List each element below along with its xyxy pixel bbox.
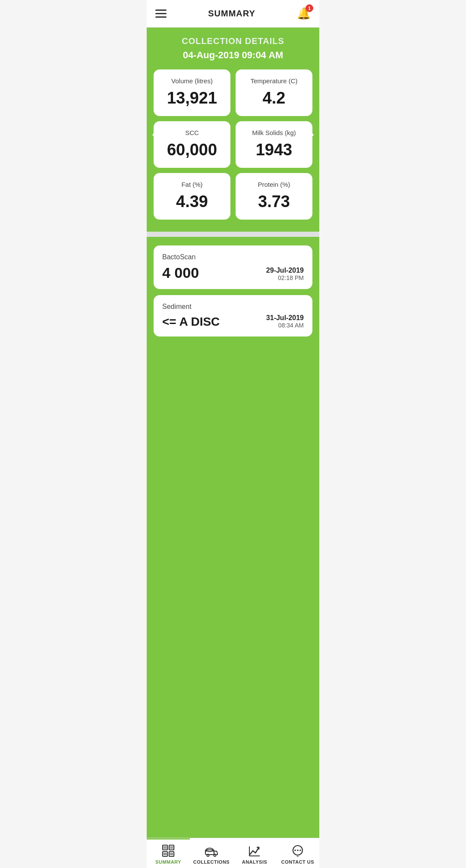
nav-item-analysis[interactable]: ANALYSIS — [233, 838, 276, 868]
nav-label-summary: SUMMARY — [155, 859, 181, 865]
nav-item-summary[interactable]: SUMMARY — [147, 838, 190, 868]
stat-card-volume: Volume (litres) 13,921 — [154, 69, 230, 116]
secondary-section: BactoScan 4 000 29-Jul-2019 02:18 PM Sed… — [147, 237, 319, 838]
stat-card-scc: SCC 60,000 — [154, 121, 230, 168]
svg-rect-2 — [163, 852, 167, 856]
svg-rect-3 — [169, 852, 174, 856]
bactoscan-value: 4 000 — [162, 264, 199, 281]
svg-point-13 — [207, 854, 209, 856]
nav-label-analysis: ANALYSIS — [242, 859, 268, 865]
stat-label-protein: Protein (%) — [258, 181, 290, 188]
stat-card-temperature: Temperature (C) 4.2 — [236, 69, 312, 116]
nav-label-collections: COLLECTIONS — [193, 859, 230, 865]
stat-value-scc: 60,000 — [167, 141, 217, 159]
analysis-icon — [248, 844, 261, 858]
stat-label-temperature: Temperature (C) — [250, 77, 297, 85]
bactoscan-bottom: 4 000 29-Jul-2019 02:18 PM — [162, 264, 304, 281]
sediment-bottom: <= A DISC 31-Jul-2019 08:34 AM — [162, 314, 304, 329]
sediment-date-time: 08:34 AM — [266, 322, 304, 329]
stat-value-fat: 4.39 — [176, 192, 208, 211]
stat-value-temperature: 4.2 — [263, 89, 286, 107]
contact-icon — [291, 844, 305, 858]
section-separator — [147, 232, 319, 237]
stats-grid: Volume (litres) 13,921 Temperature (C) 4… — [154, 69, 312, 220]
stat-label-fat: Fat (%) — [181, 181, 202, 188]
page-title: SUMMARY — [208, 9, 255, 19]
stat-card-protein: Protein (%) 3.73 — [236, 173, 312, 220]
stat-card-fat: Fat (%) 4.39 — [154, 173, 230, 220]
notification-badge: 1 — [305, 4, 313, 12]
bactoscan-card: BactoScan 4 000 29-Jul-2019 02:18 PM — [154, 245, 312, 289]
menu-button[interactable] — [155, 9, 167, 18]
svg-rect-0 — [163, 845, 167, 850]
sediment-label: Sediment — [162, 303, 304, 311]
collection-details-section: ‹ › COLLECTION DETAILS 04-Aug-2019 09:04… — [147, 28, 319, 232]
svg-point-14 — [214, 854, 216, 856]
bactoscan-label: BactoScan — [162, 253, 304, 261]
stat-value-volume: 13,921 — [167, 89, 217, 107]
sediment-value: <= A DISC — [162, 315, 220, 329]
svg-rect-1 — [169, 845, 174, 850]
notification-button[interactable]: 🔔 1 — [297, 7, 311, 20]
next-collection-button[interactable]: › — [307, 123, 318, 144]
collection-datetime: 04-Aug-2019 09:04 AM — [154, 50, 312, 61]
collection-section-title: COLLECTION DETAILS — [154, 36, 312, 46]
svg-point-22 — [297, 849, 299, 851]
bactoscan-date: 29-Jul-2019 02:18 PM — [266, 267, 304, 281]
app-header: SUMMARY 🔔 1 — [147, 0, 319, 28]
svg-point-21 — [294, 849, 296, 851]
bottom-nav: SUMMARY COLLECTIONS ANALYSIS — [147, 838, 319, 868]
bactoscan-date-time: 02:18 PM — [266, 274, 304, 281]
nav-item-collections[interactable]: COLLECTIONS — [190, 838, 233, 868]
bactoscan-date-main: 29-Jul-2019 — [266, 267, 304, 274]
collections-icon — [205, 844, 218, 858]
nav-item-contact[interactable]: CONTACT US — [276, 838, 319, 868]
nav-label-contact: CONTACT US — [281, 859, 314, 865]
stat-value-protein: 3.73 — [258, 192, 290, 211]
stat-label-milk-solids: Milk Solids (kg) — [252, 129, 296, 136]
stat-value-milk-solids: 1943 — [256, 141, 293, 159]
stat-card-milk-solids: Milk Solids (kg) 1943 — [236, 121, 312, 168]
svg-point-23 — [299, 849, 301, 851]
stat-label-volume: Volume (litres) — [171, 77, 213, 85]
summary-icon — [161, 844, 175, 858]
stat-label-scc: SCC — [185, 129, 199, 136]
prev-collection-button[interactable]: ‹ — [148, 123, 159, 144]
sediment-date-main: 31-Jul-2019 — [266, 314, 304, 322]
sediment-date: 31-Jul-2019 08:34 AM — [266, 314, 304, 329]
sediment-card: Sediment <= A DISC 31-Jul-2019 08:34 AM — [154, 295, 312, 337]
